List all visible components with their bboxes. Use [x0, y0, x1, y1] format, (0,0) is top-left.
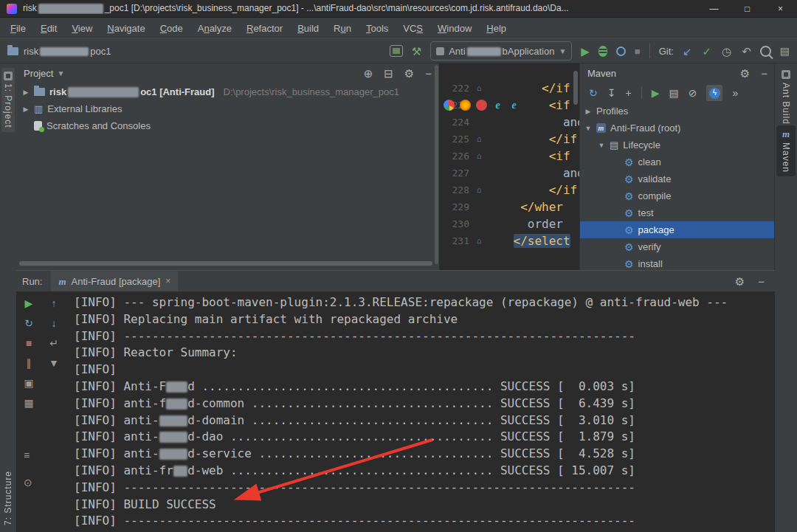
tree-row-project-root[interactable]: ▶ riskoc1 [Anti-Fraud] D:\projects\risk_…	[16, 83, 439, 100]
rerun-button[interactable]: ▶	[25, 298, 33, 308]
skip-tests-icon[interactable]: ⊘	[689, 88, 697, 98]
console-output[interactable]: [INFO] --- spring-boot-maven-plugin:2.1.…	[74, 294, 775, 532]
maven-tree-item-clean[interactable]: ⚙clean	[580, 153, 775, 170]
close-icon[interactable]: ×	[165, 276, 170, 286]
run-with-coverage-button[interactable]	[616, 46, 626, 56]
stop-button[interactable]: ■	[26, 338, 32, 348]
firefox-icon[interactable]	[460, 100, 471, 111]
settings-icon[interactable]: ⚙	[404, 68, 414, 79]
collapse-arrow-icon[interactable]: ▼	[584, 125, 592, 132]
maven-tree-item-verify[interactable]: ⚙verify	[580, 238, 775, 255]
tree-row-scratches[interactable]: Scratches and Consoles	[16, 117, 439, 134]
maven-tree-item-test[interactable]: ⚙test	[580, 204, 775, 221]
git-history-icon[interactable]: ◷	[722, 46, 731, 57]
hide-panel-icon[interactable]: −	[758, 276, 765, 287]
soft-wrap-button[interactable]: ↵	[49, 338, 58, 348]
maven-tree-item-profiles[interactable]: ▶Profiles	[580, 103, 775, 120]
up-stack-button[interactable]: ↑	[52, 298, 57, 308]
project-breadcrumb[interactable]: riskpoc1	[7, 46, 111, 57]
menu-item-file[interactable]: File	[3, 23, 33, 34]
restore-layout-button[interactable]: ≡	[24, 450, 30, 460]
download-sources-icon[interactable]: ↧	[607, 88, 616, 98]
menu-item-run[interactable]: Run	[326, 23, 359, 34]
debug-button[interactable]	[598, 46, 607, 57]
build-hammer-icon[interactable]: ⚒	[412, 46, 421, 57]
ie-icon[interactable]: e	[508, 100, 520, 111]
maven-tree-item-validate[interactable]: ⚙validate	[580, 170, 775, 187]
vertical-scrollbar[interactable]	[435, 65, 438, 264]
close-button[interactable]: ×	[764, 0, 797, 17]
stop-button[interactable]: ■	[635, 46, 641, 56]
menu-item-code[interactable]: Code	[153, 23, 190, 34]
chrome-icon[interactable]	[444, 100, 455, 111]
rerun-failed-button[interactable]: ↻	[24, 318, 33, 328]
collapse-all-icon[interactable]: ⊟	[384, 68, 393, 79]
fold-marker-icon[interactable]: ⌂	[473, 151, 485, 161]
tool-window-tab-ant-build[interactable]: Ant Build	[776, 66, 796, 128]
git-update-icon[interactable]: ↙	[683, 46, 692, 57]
expand-arrow-icon[interactable]: ▶	[22, 89, 30, 96]
run-button[interactable]: ▶	[581, 46, 590, 57]
tree-row-external-libraries[interactable]: ▶ ▥ External Libraries	[16, 100, 439, 117]
git-rollback-icon[interactable]: ↶	[742, 46, 751, 57]
maven-tree-item-compile[interactable]: ⚙compile	[580, 187, 775, 204]
maximize-button[interactable]: □	[731, 0, 764, 17]
execute-goal-icon[interactable]: ϟ	[706, 85, 722, 101]
editor-preview-icon[interactable]	[390, 45, 403, 57]
tool-window-tab-structure[interactable]: 7: Structure	[3, 471, 13, 528]
editor-scrollbar[interactable]	[573, 71, 578, 105]
search-everywhere-icon[interactable]	[760, 46, 771, 57]
tool-windows-icon[interactable]: ▤	[780, 46, 790, 56]
menu-item-analyze[interactable]: Analyze	[190, 23, 239, 34]
code-editor[interactable]: 222⌂ </if223⌂ <if224 and225⌂ </if226⌂ <i…	[439, 63, 579, 270]
git-commit-icon[interactable]: ✓	[703, 46, 712, 57]
fold-marker-icon[interactable]: ⌂	[473, 134, 485, 144]
scroll-to-end-button[interactable]: ▼	[49, 358, 59, 368]
minimize-button[interactable]: —	[697, 0, 731, 17]
collapse-arrow-icon[interactable]: ▼	[598, 142, 605, 149]
redacted-text	[159, 415, 188, 426]
menu-item-build[interactable]: Build	[290, 23, 326, 34]
reimport-icon[interactable]: ↻	[589, 88, 598, 98]
run-label: Run:	[22, 276, 42, 287]
fold-marker-icon[interactable]: ⌂	[473, 185, 485, 195]
pin-tab-button[interactable]: ⊙	[24, 477, 32, 488]
menu-item-navigate[interactable]: Navigate	[100, 23, 152, 34]
tool-window-tab-project[interactable]: 1: Project	[1, 68, 15, 132]
menu-item-refactor[interactable]: Refactor	[239, 23, 290, 34]
menu-item-help[interactable]: Help	[479, 23, 514, 34]
horizontal-scrollbar[interactable]	[19, 261, 432, 266]
edge-icon[interactable]: e	[492, 100, 503, 111]
expand-arrow-icon[interactable]: ▶	[584, 108, 592, 115]
chevron-down-icon[interactable]: ▼	[57, 69, 64, 77]
maven-settings-icon[interactable]: ▤	[669, 88, 678, 98]
expand-arrow-icon[interactable]: ▶	[22, 106, 30, 113]
hide-panel-icon[interactable]: −	[761, 68, 767, 79]
opera-icon[interactable]	[476, 100, 487, 111]
locate-file-icon[interactable]: ⊕	[364, 68, 373, 79]
maven-tree-item-package[interactable]: ⚙package	[580, 221, 775, 238]
hide-panel-icon[interactable]: −	[425, 68, 432, 79]
fold-marker-icon[interactable]: ⌂	[473, 236, 485, 246]
more-icon[interactable]: »	[732, 88, 738, 98]
tool-window-tab-maven[interactable]: m Maven	[776, 125, 796, 176]
run-configuration-select[interactable]: AntibApplication ▼	[430, 41, 572, 61]
menu-item-tools[interactable]: Tools	[359, 23, 396, 34]
run-tab-anti-fraud-package[interactable]: m Anti-Fraud [package] ×	[51, 271, 178, 291]
screenshot-button[interactable]: ▣	[24, 378, 33, 388]
menu-item-edit[interactable]: Edit	[33, 23, 64, 34]
settings-icon[interactable]: ⚙	[740, 68, 750, 79]
maven-tree-item-anti-fraud-root-[interactable]: ▼mAnti-Fraud (root)	[580, 120, 775, 137]
clear-button[interactable]: ▦	[24, 398, 33, 408]
settings-icon[interactable]: ⚙	[735, 276, 745, 287]
pause-output-button[interactable]: ∥	[27, 358, 32, 368]
maven-tree-item-lifecycle[interactable]: ▼▤Lifecycle	[580, 137, 775, 153]
maven-project-icon: m	[596, 123, 606, 133]
add-maven-project-icon[interactable]: +	[625, 88, 631, 98]
menu-item-vcs[interactable]: VCS	[396, 23, 430, 34]
fold-marker-icon[interactable]: ⌂	[473, 83, 485, 93]
down-stack-button[interactable]: ↓	[52, 318, 57, 328]
run-maven-icon[interactable]: ▶	[652, 88, 660, 98]
menu-item-view[interactable]: View	[64, 23, 100, 34]
menu-item-window[interactable]: Window	[430, 23, 479, 34]
